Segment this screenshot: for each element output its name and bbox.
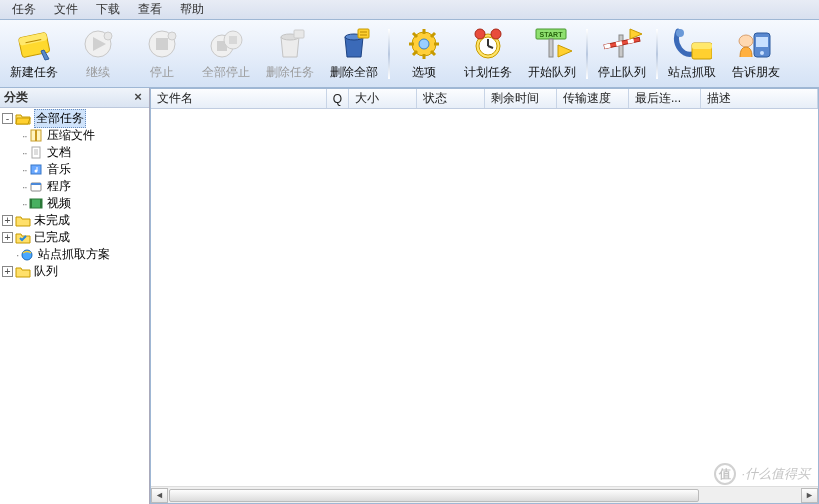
archive-icon xyxy=(28,129,44,143)
svg-rect-16 xyxy=(358,29,369,38)
menu-help[interactable]: 帮助 xyxy=(172,0,212,20)
tell-friend-label: 告诉朋友 xyxy=(732,64,780,81)
delete-all-label: 删除全部 xyxy=(330,64,378,81)
svg-line-27 xyxy=(431,33,435,37)
tree-line-icon: ·· xyxy=(22,146,27,160)
schedule-icon xyxy=(468,26,508,62)
delete-icon xyxy=(270,26,310,62)
options-label: 选项 xyxy=(412,64,436,81)
tree-node-unfinished[interactable]: + 未完成 xyxy=(0,212,149,229)
tree-label: 未完成 xyxy=(34,212,70,229)
delete-all-icon xyxy=(334,26,374,62)
col-lasttry[interactable]: 最后连... xyxy=(629,89,701,108)
toolbar: 新建任务 继续 停止 全部停止 删除任务 删除全部 选项 xyxy=(0,20,819,88)
new-task-icon xyxy=(14,26,54,62)
scroll-right-button[interactable]: ► xyxy=(801,488,818,503)
svg-rect-7 xyxy=(156,38,168,50)
menu-tasks[interactable]: 任务 xyxy=(4,0,44,20)
scroll-track[interactable] xyxy=(169,488,800,503)
list-body[interactable] xyxy=(151,109,818,486)
tree-node-music[interactable]: ·· 音乐 xyxy=(0,161,149,178)
svg-rect-63 xyxy=(30,199,32,208)
grabber-button[interactable]: 站点抓取 xyxy=(660,22,724,86)
svg-line-25 xyxy=(431,51,435,55)
stop-all-label: 全部停止 xyxy=(202,64,250,81)
svg-marker-38 xyxy=(558,45,572,57)
tree-label: 站点抓取方案 xyxy=(38,246,110,263)
col-speed[interactable]: 传输速度 xyxy=(557,89,629,108)
tree-label: 程序 xyxy=(47,178,71,195)
delete-label: 删除任务 xyxy=(266,64,314,81)
delete-all-button[interactable]: 删除全部 xyxy=(322,22,386,86)
sidebar: 分类 × - 全部任务 ·· 压缩文件 ·· 文档 ·· 音乐 xyxy=(0,88,150,504)
resume-button[interactable]: 继续 xyxy=(66,22,130,86)
sidebar-header: 分类 × xyxy=(0,88,149,108)
tree-node-video[interactable]: ·· 视频 xyxy=(0,195,149,212)
col-status[interactable]: 状态 xyxy=(417,89,485,108)
tree-node-all-tasks[interactable]: - 全部任务 xyxy=(0,110,149,127)
resume-label: 继续 xyxy=(86,64,110,81)
toolbar-separator xyxy=(586,29,588,79)
svg-rect-14 xyxy=(294,30,304,38)
scroll-thumb[interactable] xyxy=(169,489,699,502)
tree-node-finished[interactable]: + 已完成 xyxy=(0,229,149,246)
collapse-icon[interactable]: - xyxy=(2,113,13,124)
start-queue-icon: START xyxy=(532,26,572,62)
expand-icon[interactable]: + xyxy=(2,215,13,226)
folder-icon xyxy=(15,214,31,228)
svg-point-51 xyxy=(739,35,753,47)
download-list: 文件名 Q 大小 状态 剩余时间 传输速度 最后连... 描述 ◄ ► 值 ·什… xyxy=(150,88,819,504)
expand-icon[interactable]: + xyxy=(2,266,13,277)
ie-icon xyxy=(19,248,35,262)
tree-node-grabber-projects[interactable]: · 站点抓取方案 xyxy=(0,246,149,263)
grabber-label: 站点抓取 xyxy=(668,64,716,81)
svg-point-59 xyxy=(34,170,37,173)
options-button[interactable]: 选项 xyxy=(392,22,456,86)
tree-node-queue[interactable]: + 队列 xyxy=(0,263,149,280)
video-icon xyxy=(28,197,44,211)
scroll-left-button[interactable]: ◄ xyxy=(151,488,168,503)
tree-label: 文档 xyxy=(47,144,71,161)
stop-all-icon xyxy=(206,26,246,62)
tree-line-icon: · xyxy=(16,248,18,262)
col-filename[interactable]: 文件名 xyxy=(151,89,327,108)
tree-node-compressed[interactable]: ·· 压缩文件 xyxy=(0,127,149,144)
expand-icon[interactable]: + xyxy=(2,232,13,243)
music-icon xyxy=(28,163,44,177)
folder-open-icon xyxy=(15,112,31,126)
horizontal-scrollbar[interactable]: ◄ ► xyxy=(151,486,818,503)
menu-download[interactable]: 下载 xyxy=(88,0,128,20)
svg-rect-61 xyxy=(31,183,41,185)
tree-node-documents[interactable]: ·· 文档 xyxy=(0,144,149,161)
col-timeleft[interactable]: 剩余时间 xyxy=(485,89,557,108)
tree-node-programs[interactable]: ·· 程序 xyxy=(0,178,149,195)
svg-rect-47 xyxy=(692,43,712,49)
svg-rect-37 xyxy=(549,39,553,57)
options-icon xyxy=(404,26,444,62)
tell-friend-button[interactable]: 告诉朋友 xyxy=(724,22,788,86)
col-q[interactable]: Q xyxy=(327,89,349,108)
menu-bar: 任务 文件 下载 查看 帮助 xyxy=(0,0,819,20)
grabber-icon xyxy=(672,26,712,62)
stop-queue-button[interactable]: 停止队列 xyxy=(590,22,654,86)
stop-all-button[interactable]: 全部停止 xyxy=(194,22,258,86)
folder-icon xyxy=(15,265,31,279)
col-desc[interactable]: 描述 xyxy=(701,89,818,108)
menu-file[interactable]: 文件 xyxy=(46,0,86,20)
schedule-button[interactable]: 计划任务 xyxy=(456,22,520,86)
tree-label: 全部任务 xyxy=(34,109,86,128)
svg-rect-64 xyxy=(40,199,42,208)
resume-icon xyxy=(78,26,118,62)
sidebar-close-button[interactable]: × xyxy=(131,91,145,105)
stop-button[interactable]: 停止 xyxy=(130,22,194,86)
start-queue-label: 开始队列 xyxy=(528,64,576,81)
start-queue-button[interactable]: START 开始队列 xyxy=(520,22,584,86)
tell-friend-icon xyxy=(736,26,776,62)
col-size[interactable]: 大小 xyxy=(349,89,417,108)
new-task-button[interactable]: 新建任务 xyxy=(2,22,66,86)
tree-line-icon: ·· xyxy=(22,197,27,211)
svg-point-45 xyxy=(676,29,684,37)
menu-view[interactable]: 查看 xyxy=(130,0,170,20)
delete-button[interactable]: 删除任务 xyxy=(258,22,322,86)
svg-point-34 xyxy=(491,29,501,39)
